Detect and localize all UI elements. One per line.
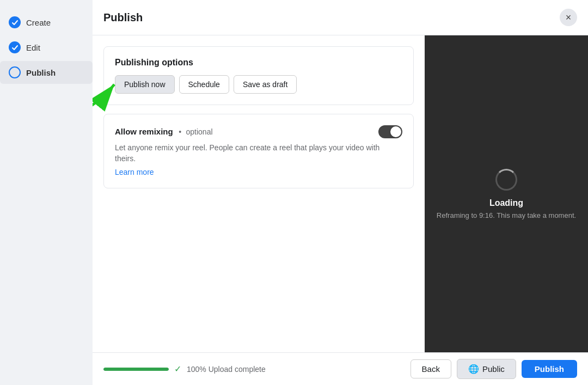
remix-header: Allow remixing • optional [115,125,402,138]
modal-header: Publish × [93,0,588,35]
remix-title-area: Allow remixing • optional [115,127,213,137]
remixing-card: Allow remixing • optional Let anyone rem… [103,114,414,188]
remix-toggle[interactable] [378,125,402,138]
upload-status: ✓ 100% Upload complete [103,364,266,374]
video-preview-panel: Loading Reframing to 9:16. This may take… [425,35,588,352]
publishing-options-card: Publishing options Publish now Schedule … [103,46,414,105]
globe-icon: 🌐 [468,364,479,374]
toggle-knob [390,126,401,137]
progress-bar-fill [103,368,169,371]
upload-check-icon: ✓ [174,364,181,374]
loading-spinner [495,169,517,191]
footer-right: Back 🌐 Public Publish [411,359,577,379]
sidebar-item-create-label: Create [26,18,51,27]
public-label: Public [482,364,505,374]
remix-separator: • [179,127,181,136]
close-button[interactable]: × [560,9,577,26]
edit-check-icon [9,41,21,53]
loading-title: Loading [489,198,523,208]
save-as-draft-button[interactable]: Save as draft [234,75,297,94]
sidebar-item-publish-label: Publish [26,68,56,77]
sidebar-item-edit-label: Edit [26,43,40,52]
upload-text: 100% Upload complete [187,365,266,374]
learn-more-link[interactable]: Learn more [115,168,154,176]
progress-bar-container [103,368,169,371]
create-check-icon [9,16,21,28]
sidebar-item-publish[interactable]: Publish [0,61,93,84]
back-button[interactable]: Back [411,359,451,378]
footer: ✓ 100% Upload complete Back 🌐 Public Pub… [93,352,588,385]
remix-description: Let anyone remix your reel. People can c… [115,143,402,164]
publish-circle-icon [9,66,21,78]
loading-subtitle: Reframing to 9:16. This may take a momen… [426,211,587,219]
remix-optional: optional [186,127,213,136]
publish-button[interactable]: Publish [522,360,577,378]
left-panel: Publishing options Publish now Schedule … [93,35,425,352]
sidebar: Create Edit Publish [0,0,93,385]
sidebar-item-edit[interactable]: Edit [0,36,93,59]
remix-title: Allow remixing [115,127,173,136]
options-buttons: Publish now Schedule Save as draft [115,75,402,94]
content-area: Publishing options Publish now Schedule … [93,35,588,352]
public-button[interactable]: 🌐 Public [457,359,516,379]
sidebar-item-create[interactable]: Create [0,11,93,34]
schedule-button[interactable]: Schedule [179,75,229,94]
main-panel: Publish × Publishing options Publish now [93,0,588,385]
modal-title: Publish [103,11,143,24]
publishing-options-title: Publishing options [115,58,402,68]
publish-now-button[interactable]: Publish now [115,75,175,94]
